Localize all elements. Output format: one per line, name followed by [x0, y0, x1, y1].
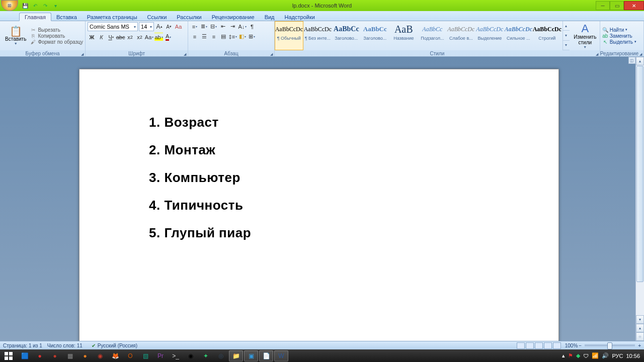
- superscript-button[interactable]: x2: [135, 33, 144, 41]
- borders-button[interactable]: ⊞: [248, 32, 256, 41]
- prev-page-button[interactable]: ▴: [636, 324, 644, 332]
- shading-button[interactable]: ◧: [238, 32, 247, 41]
- cut-button[interactable]: ✂Вырезать: [30, 27, 83, 33]
- tab-вставка[interactable]: Вставка: [51, 13, 82, 21]
- style--обычный[interactable]: AaBbCcDc¶ Обычный: [275, 21, 303, 50]
- taskbar-app4[interactable]: ◉: [93, 350, 107, 361]
- tab-вид[interactable]: Вид: [260, 13, 280, 21]
- multilevel-button[interactable]: ⊟: [209, 22, 218, 31]
- taskbar-app6[interactable]: ▧: [138, 350, 152, 361]
- clear-format-button[interactable]: Aa: [174, 23, 183, 31]
- replace-button[interactable]: abЗаменить: [602, 33, 636, 39]
- style-слабое-в-[interactable]: AaBbCcDcСлабое в...: [447, 21, 475, 50]
- taskbar-chrome[interactable]: ◉: [184, 350, 198, 361]
- proofing-button[interactable]: ✔Русский (Россия): [92, 343, 137, 348]
- taskbar-firefox[interactable]: 🦊: [108, 350, 122, 361]
- taskbar-app9[interactable]: 📄: [259, 350, 273, 361]
- zoom-slider[interactable]: [585, 344, 635, 346]
- zoom-out-button[interactable]: −: [579, 343, 582, 348]
- copy-button[interactable]: ⎘Копировать: [30, 33, 83, 39]
- style-заголово-[interactable]: AaBbCcЗаголово...: [332, 21, 361, 50]
- outline-view-button[interactable]: [544, 342, 552, 349]
- gallery-up-button[interactable]: ▴: [563, 21, 570, 31]
- style-сильное-[interactable]: AaBbCcDcСильное ...: [504, 21, 533, 50]
- justify-button[interactable]: ▤: [219, 32, 227, 41]
- taskbar-rec[interactable]: ●: [33, 350, 47, 361]
- taskbar-app7[interactable]: ✦: [199, 350, 213, 361]
- zoom-level[interactable]: 100%: [565, 343, 578, 348]
- sort-button[interactable]: A↓: [238, 22, 247, 31]
- list-item[interactable]: 1. Возраст: [149, 115, 558, 130]
- taskbar-premiere[interactable]: Pr: [153, 350, 168, 361]
- taskbar-app1[interactable]: ●: [48, 350, 62, 361]
- paste-button[interactable]: 📋 Вставить ▼: [2, 22, 29, 49]
- underline-button[interactable]: Ч▾: [107, 33, 115, 41]
- scroll-thumb[interactable]: [636, 66, 643, 282]
- qat-more-icon[interactable]: ▾: [51, 2, 59, 10]
- style-заголово-[interactable]: AaBbCcЗаголово...: [361, 21, 389, 50]
- page-status[interactable]: Страница: 1 из 1: [3, 343, 42, 348]
- tray-volume-icon[interactable]: 🔊: [602, 352, 609, 359]
- strike-button[interactable]: abc: [116, 33, 125, 41]
- tab-главная[interactable]: Главная: [19, 13, 51, 21]
- tray-language[interactable]: РУС: [612, 353, 623, 359]
- indent-button[interactable]: ⇥: [228, 22, 237, 31]
- font-color-button[interactable]: A: [164, 33, 173, 41]
- draft-view-button[interactable]: [553, 342, 561, 349]
- format-painter-button[interactable]: 🖌Формат по образцу: [30, 39, 83, 45]
- maximize-button[interactable]: ▭: [610, 1, 624, 10]
- zoom-in-button[interactable]: +: [638, 343, 641, 348]
- tab-рецензирование[interactable]: Рецензирование: [207, 13, 260, 21]
- list-item[interactable]: 3. Компьютер: [149, 170, 558, 186]
- taskbar-explorer[interactable]: 📁: [229, 350, 243, 361]
- shrink-font-button[interactable]: A▾: [165, 23, 173, 31]
- word-count[interactable]: Число слов: 11: [47, 343, 83, 348]
- taskbar-cmd[interactable]: >_: [169, 350, 183, 361]
- tray-flag-icon[interactable]: ⚑: [568, 352, 573, 359]
- tab-рассылки[interactable]: Рассылки: [172, 13, 206, 21]
- tab-разметка-страницы[interactable]: Разметка страницы: [82, 13, 142, 21]
- page[interactable]: 1. Возраст2. Монтаж3. Компьютер4. Типичн…: [79, 69, 559, 349]
- minimize-button[interactable]: ─: [596, 1, 610, 10]
- tab-ссылки[interactable]: Ссылки: [142, 13, 172, 21]
- list-item[interactable]: 2. Монтаж: [149, 142, 558, 158]
- select-button[interactable]: ↖Выделить ▾: [602, 39, 636, 45]
- tray-clock[interactable]: 10:56: [626, 353, 640, 359]
- redo-icon[interactable]: ↷: [41, 2, 49, 10]
- save-icon[interactable]: 💾: [21, 2, 29, 10]
- subscript-button[interactable]: x2: [126, 33, 134, 41]
- font-name-combo[interactable]: Comic Sans MS: [88, 22, 138, 31]
- gallery-more-button[interactable]: ▾: [563, 41, 570, 50]
- numbering-button[interactable]: ≣: [200, 22, 208, 31]
- style-строгий[interactable]: AaBbCcDcСтрогий: [533, 21, 561, 50]
- show-marks-button[interactable]: ¶: [248, 22, 256, 31]
- align-left-button[interactable]: ≡: [190, 32, 199, 41]
- style-название[interactable]: АаВНазвание: [389, 21, 418, 50]
- font-size-combo[interactable]: 14: [139, 22, 154, 31]
- taskbar-app2[interactable]: ▦: [63, 350, 77, 361]
- close-button[interactable]: ✕: [624, 1, 644, 10]
- list-item[interactable]: 5. Глупый пиар: [149, 225, 558, 241]
- list-item[interactable]: 4. Типичность: [149, 198, 558, 213]
- tray-up-icon[interactable]: ▴: [562, 352, 565, 359]
- document-content[interactable]: 1. Возраст2. Монтаж3. Компьютер4. Типичн…: [79, 69, 558, 241]
- tray-shield-icon[interactable]: 🛡: [583, 353, 589, 359]
- line-spacing-button[interactable]: ‡≡: [228, 32, 237, 41]
- bullets-button[interactable]: ≡: [190, 22, 199, 31]
- tray-network-icon[interactable]: 📶: [592, 352, 599, 359]
- align-center-button[interactable]: ☰: [200, 32, 208, 41]
- taskbar-skype[interactable]: 🟦: [18, 350, 32, 361]
- taskbar-steam[interactable]: ◎: [214, 350, 228, 361]
- print-layout-view-button[interactable]: [517, 342, 525, 349]
- ruler-toggle-button[interactable]: ◫: [628, 57, 635, 64]
- taskbar-app8[interactable]: ▣: [244, 350, 258, 361]
- taskbar-app3[interactable]: ●: [78, 350, 92, 361]
- align-right-button[interactable]: ≡: [209, 32, 218, 41]
- style-подзагол-[interactable]: AaBbCcПодзагол...: [418, 21, 447, 50]
- bold-button[interactable]: Ж: [88, 33, 96, 41]
- scroll-down-button[interactable]: ▾: [636, 315, 644, 324]
- taskbar-word[interactable]: W: [274, 350, 288, 361]
- scroll-up-button[interactable]: ▴: [636, 57, 644, 65]
- start-button[interactable]: [1, 350, 16, 361]
- web-view-button[interactable]: [535, 342, 543, 349]
